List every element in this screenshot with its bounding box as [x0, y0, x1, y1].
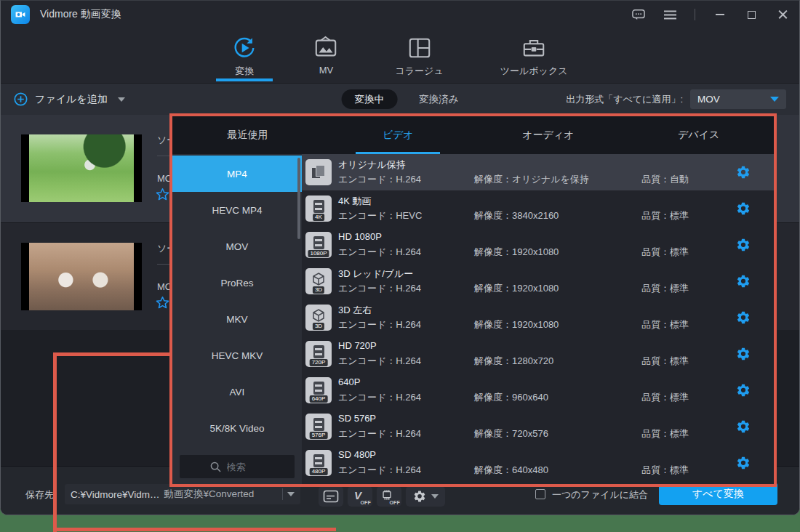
queue-tabs: 変換中 変換済み: [342, 84, 459, 115]
sidebar-item-hevc-mp4[interactable]: HEVC MP4: [172, 192, 302, 228]
star-icon[interactable]: [156, 188, 169, 201]
sidebar-scrollbar[interactable]: [297, 158, 300, 239]
tab-toolbox-label: ツールボックス: [500, 65, 568, 78]
preset-row-3d-sbs[interactable]: 3D 3D 左右 エンコード：H.264 解像度：1920x1080 品質：標準: [302, 299, 774, 336]
preset-film-icon: 576P: [305, 414, 332, 440]
preset-row-720p[interactable]: 720P HD 720P エンコード：H.264 解像度：1280x720 品質…: [302, 336, 774, 372]
subtitle-icon[interactable]: [319, 486, 343, 507]
format-tab-audio[interactable]: オーディオ: [473, 116, 624, 154]
output-format-label: 出力形式「すべてに適用」:: [566, 93, 683, 106]
preset-gear-icon[interactable]: [736, 383, 751, 398]
tab-convert[interactable]: 変換: [226, 36, 263, 81]
preset-cube-icon: 3D: [305, 268, 332, 294]
search-input[interactable]: [227, 462, 265, 472]
add-files-caret-icon[interactable]: [118, 97, 125, 102]
gpu-off-label: OFF: [389, 500, 400, 505]
sidebar-item-hevc-mkv[interactable]: HEVC MKV: [172, 337, 302, 374]
format-sidebar: MP4 HEVC MP4 MOV ProRes MKV HEVC MKV AVI…: [172, 154, 302, 484]
maximize-button[interactable]: [745, 8, 758, 21]
main-nav: 変換 MV コラージュ ツールボックス: [1, 28, 799, 83]
preset-row-640p[interactable]: 640P 640P エンコード：H.264 解像度：960x640 品質：標準: [302, 372, 774, 408]
merge-files-label: 一つのファイルに結合: [552, 488, 648, 501]
preset-gear-icon[interactable]: [736, 274, 751, 289]
preset-film-icon: 720P: [305, 341, 332, 367]
preset-row-576p[interactable]: 576P SD 576P エンコード：H.264 解像度：720x576 品質：…: [302, 408, 774, 445]
preset-gear-icon[interactable]: [736, 347, 751, 361]
title-bar: Vidmore 動画変換: [1, 1, 799, 28]
preset-list: オリジナル保持 エンコード：H.264 解像度：オリジナルを保持 品質：自動 4…: [302, 154, 774, 484]
gpu-off-icon[interactable]: OFF: [377, 486, 401, 507]
select-caret-icon: [770, 97, 779, 102]
video-thumbnail-1: [21, 134, 142, 202]
preset-cube-icon: 3D: [305, 305, 332, 331]
tab-convert-label: 変換: [235, 65, 254, 78]
format-search-box[interactable]: [180, 455, 295, 478]
preset-film-icon: 1080P: [305, 232, 332, 258]
format-tab-recent[interactable]: 最近使用: [172, 116, 323, 154]
tab-toolbox[interactable]: ツールボックス: [495, 36, 574, 81]
preset-gear-icon[interactable]: [736, 310, 751, 325]
menu-icon[interactable]: [663, 8, 676, 21]
sidebar-item-avi[interactable]: AVI: [172, 374, 302, 410]
titlebar-divider: [695, 9, 695, 20]
save-destination-label: 保存先: [25, 488, 54, 501]
format-panel: 最近使用 ビデオ オーディオ デバイス MP4 HEVC MP4 MOV Pro…: [172, 116, 774, 484]
tab-converted[interactable]: 変換済み: [419, 93, 458, 106]
file1-format-fragment: MO: [157, 173, 172, 184]
output-format-group: 出力形式「すべてに適用」: MOV: [566, 89, 786, 109]
tab-collage[interactable]: コラージュ: [389, 36, 449, 81]
preset-gear-icon[interactable]: [736, 201, 751, 216]
merge-files-checkbox[interactable]: [535, 489, 545, 499]
preset-gear-icon[interactable]: [736, 238, 751, 252]
save-path-text: C:¥Vidmore¥Vidm…: [71, 489, 160, 500]
convert-all-button[interactable]: すべて変換: [659, 483, 777, 505]
sidebar-item-mov[interactable]: MOV: [172, 228, 302, 265]
preset-gear-icon[interactable]: [736, 165, 751, 180]
preset-copy-icon: [305, 159, 332, 185]
toolbox-tab-icon: [521, 36, 546, 60]
minimize-button[interactable]: [713, 8, 727, 21]
enhance-off-icon[interactable]: V OFF: [348, 486, 372, 507]
mv-tab-icon: [313, 36, 338, 60]
path-field-divider: [282, 488, 283, 500]
annotation-line-bottom: [53, 528, 336, 531]
preset-row-original[interactable]: オリジナル保持 エンコード：H.264 解像度：オリジナルを保持 品質：自動: [302, 154, 774, 190]
tab-converting[interactable]: 変換中: [342, 89, 398, 109]
toolbar: ファイルを追加 変換中 変換済み 出力形式「すべてに適用」: MOV: [1, 83, 799, 115]
convert-tab-icon: [232, 36, 257, 60]
file2-divider: [157, 264, 173, 265]
output-format-select[interactable]: MOV: [690, 89, 786, 109]
enhance-off-label: OFF: [360, 500, 371, 505]
window-title: Vidmore 動画変換: [40, 8, 121, 21]
file2-format-fragment: MO: [157, 281, 172, 292]
format-tab-device[interactable]: デバイス: [623, 116, 774, 154]
format-tab-video[interactable]: ビデオ: [323, 116, 473, 154]
preset-gear-icon[interactable]: [736, 419, 751, 434]
add-files-button[interactable]: ファイルを追加: [14, 92, 125, 106]
feedback-icon[interactable]: [632, 8, 645, 21]
preset-film-icon: 480P: [305, 450, 332, 476]
preset-row-480p[interactable]: 480P SD 480P エンコード：H.264 解像度：640x480 品質：…: [302, 445, 774, 481]
preset-gear-icon[interactable]: [736, 456, 751, 470]
preset-row-4k[interactable]: 4K 4K 動画 エンコード：HEVC 解像度：3840x2160 品質：標準: [302, 190, 774, 227]
settings-gear-button[interactable]: [406, 486, 445, 507]
screenshot-stage: Vidmore 動画変換 変換: [0, 0, 800, 532]
preset-film-icon: 4K: [305, 196, 332, 222]
preset-row-1080p[interactable]: 1080P HD 1080P エンコード：H.264 解像度：1920x1080…: [302, 227, 774, 263]
search-icon: [210, 462, 221, 472]
close-button[interactable]: [776, 8, 789, 21]
star-icon[interactable]: [156, 296, 169, 310]
collage-tab-icon: [407, 36, 432, 60]
settings-caret-icon: [431, 494, 439, 499]
preset-row-3d-redblue[interactable]: 3D 3D レッド/ブルー エンコード：H.264 解像度：1920x1080 …: [302, 263, 774, 299]
file1-divider: [157, 156, 173, 156]
sidebar-item-mp4[interactable]: MP4: [172, 156, 302, 192]
sidebar-item-prores[interactable]: ProRes: [172, 265, 302, 301]
sidebar-item-mkv[interactable]: MKV: [172, 301, 302, 337]
sidebar-item-5k8k[interactable]: 5K/8K Video: [172, 410, 302, 446]
save-path-text-2: 動画変換¥Converted: [164, 488, 255, 501]
format-panel-tabs: 最近使用 ビデオ オーディオ デバイス: [172, 116, 774, 154]
save-path-field[interactable]: C:¥Vidmore¥Vidm… 動画変換¥Converted: [65, 484, 300, 504]
video-thumbnail-2: [21, 243, 142, 310]
tab-mv[interactable]: MV: [308, 36, 344, 81]
